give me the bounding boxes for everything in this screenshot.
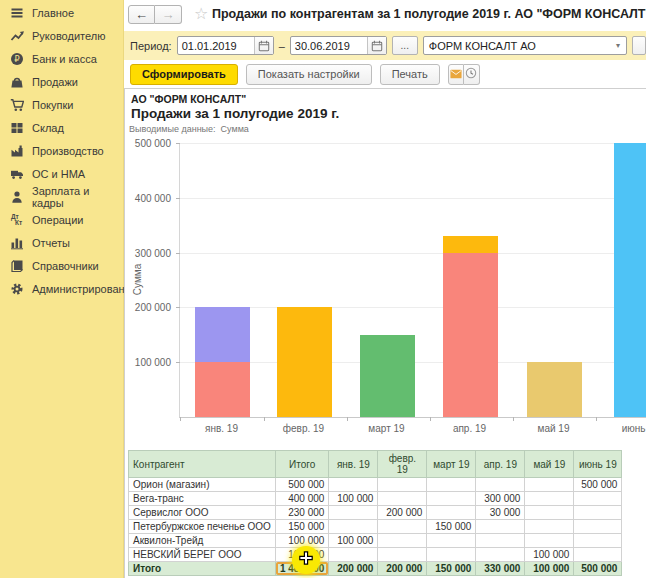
counterparty-cell[interactable]: Сервислог ООО <box>129 506 276 520</box>
amount-cell[interactable]: 200 000 <box>378 506 427 520</box>
amount-cell[interactable]: 30 000 <box>476 506 525 520</box>
amount-cell[interactable]: 500 000 <box>574 478 622 492</box>
bar-segment-апр-19[interactable] <box>443 253 498 417</box>
forward-button[interactable]: → <box>155 5 182 24</box>
date-from-field[interactable]: 01.01.2019 <box>177 36 274 55</box>
amount-cell[interactable] <box>427 534 476 548</box>
amount-cell[interactable]: 300 000 <box>476 492 525 506</box>
amount-cell[interactable] <box>476 478 525 492</box>
bar-segment-апр-19[interactable] <box>443 236 498 252</box>
counterparty-cell[interactable]: Орион (магазин) <box>129 478 276 492</box>
column-header[interactable]: Итого <box>275 451 329 478</box>
amount-cell[interactable] <box>525 492 574 506</box>
amount-cell[interactable] <box>427 478 476 492</box>
bar-segment-июнь-19[interactable] <box>614 143 646 417</box>
amount-cell[interactable] <box>378 520 427 534</box>
sidebar-item-reports[interactable]: Отчеты <box>0 231 123 254</box>
total-amount-cell[interactable]: 330 000 <box>476 562 525 576</box>
amount-cell[interactable] <box>427 548 476 562</box>
sidebar-item-main[interactable]: Главное <box>0 1 123 24</box>
amount-cell[interactable] <box>525 478 574 492</box>
amount-cell[interactable] <box>378 478 427 492</box>
sidebar-item-operations[interactable]: ДтКтОперации <box>0 208 123 231</box>
amount-cell[interactable] <box>476 520 525 534</box>
amount-cell[interactable] <box>378 492 427 506</box>
chevron-down-icon[interactable]: ▾ <box>610 41 626 50</box>
amount-cell[interactable] <box>329 548 378 562</box>
bar-segment-март-19[interactable] <box>360 335 415 417</box>
amount-cell[interactable]: 150 000 <box>275 520 329 534</box>
counterparty-cell[interactable]: НЕВСКИЙ БЕРЕГ ООО <box>129 548 276 562</box>
sidebar-item-fixed-assets[interactable]: ОС и НМА <box>0 162 123 185</box>
bar-segment-янв-19[interactable] <box>195 307 250 362</box>
organization-choose-button[interactable] <box>632 36 646 55</box>
amount-cell[interactable] <box>525 534 574 548</box>
column-header[interactable]: Контрагент <box>129 451 276 478</box>
amount-cell[interactable]: 150 000 <box>427 520 476 534</box>
amount-cell[interactable] <box>574 520 622 534</box>
sidebar-item-bank-cash[interactable]: ₽Банк и касса <box>0 47 123 70</box>
amount-cell[interactable] <box>378 548 427 562</box>
amount-cell[interactable] <box>329 506 378 520</box>
amount-cell[interactable] <box>427 506 476 520</box>
amount-cell[interactable] <box>525 520 574 534</box>
amount-cell[interactable] <box>574 548 622 562</box>
favorite-star-icon[interactable]: ☆ <box>194 4 208 23</box>
amount-cell[interactable]: 400 000 <box>275 492 329 506</box>
total-amount-cell[interactable]: 150 000 <box>427 562 476 576</box>
period-more-button[interactable]: ... <box>392 36 418 55</box>
amount-cell[interactable] <box>329 478 378 492</box>
amount-cell[interactable] <box>476 548 525 562</box>
column-header[interactable]: янв. 19 <box>329 451 378 478</box>
total-amount-cell[interactable]: 100 000 <box>525 562 574 576</box>
column-header[interactable]: февр. 19 <box>378 451 427 478</box>
sidebar-item-payroll-hr[interactable]: Зарплата и кадры <box>0 185 123 208</box>
organization-combobox[interactable]: ФОРМ КОНСАЛТ АО ▾ <box>423 36 627 55</box>
generate-button[interactable]: Сформировать <box>130 64 238 85</box>
amount-cell[interactable] <box>476 534 525 548</box>
schedule-button[interactable] <box>464 64 480 85</box>
total-amount-cell[interactable]: 200 000 <box>378 562 427 576</box>
amount-cell[interactable]: 100 000 <box>329 534 378 548</box>
organization-value[interactable]: ФОРМ КОНСАЛТ АО <box>424 40 610 52</box>
amount-cell[interactable] <box>574 506 622 520</box>
amount-cell[interactable]: 500 000 <box>275 478 329 492</box>
back-button[interactable]: ← <box>128 5 155 24</box>
print-button[interactable]: Печать <box>380 64 440 85</box>
bar-segment-февр-19[interactable] <box>277 307 332 417</box>
amount-cell[interactable] <box>574 534 622 548</box>
total-amount-cell[interactable]: 200 000 <box>329 562 378 576</box>
date-to-field[interactable]: 30.06.2019 <box>290 36 387 55</box>
column-header[interactable]: июнь 19 <box>574 451 622 478</box>
amount-cell[interactable] <box>378 534 427 548</box>
column-header[interactable]: апр. 19 <box>476 451 525 478</box>
amount-cell[interactable] <box>329 520 378 534</box>
sidebar-item-warehouse[interactable]: Склад <box>0 116 123 139</box>
sidebar-item-administration[interactable]: Администрирование <box>0 277 123 300</box>
date-to-value[interactable]: 30.06.2019 <box>291 40 367 52</box>
column-header[interactable]: май 19 <box>525 451 574 478</box>
calendar-icon[interactable] <box>254 37 273 54</box>
amount-cell[interactable] <box>525 506 574 520</box>
counterparty-cell[interactable]: Петербуржское печенье ООО <box>129 520 276 534</box>
date-from-value[interactable]: 01.01.2019 <box>178 40 254 52</box>
sidebar-item-production[interactable]: Производство <box>0 139 123 162</box>
sidebar-item-sales[interactable]: Продажи <box>0 70 123 93</box>
amount-cell[interactable] <box>574 492 622 506</box>
counterparty-cell[interactable]: Аквилон-Трейд <box>129 534 276 548</box>
bar-segment-янв-19[interactable] <box>195 362 250 417</box>
sidebar-item-manager[interactable]: Руководителю <box>0 24 123 47</box>
total-amount-cell[interactable]: 500 000 <box>574 562 622 576</box>
amount-cell[interactable] <box>427 492 476 506</box>
amount-cell[interactable]: 230 000 <box>275 506 329 520</box>
sidebar-item-references[interactable]: Справочники <box>0 254 123 277</box>
amount-cell[interactable]: 100 000 <box>329 492 378 506</box>
email-button[interactable] <box>448 64 464 85</box>
show-settings-button[interactable]: Показать настройки <box>246 64 372 85</box>
bar-segment-май-19[interactable] <box>527 362 582 417</box>
column-header[interactable]: март 19 <box>427 451 476 478</box>
calendar-icon[interactable] <box>367 37 386 54</box>
amount-cell[interactable]: 100 000 <box>525 548 574 562</box>
counterparty-cell[interactable]: Вега-транс <box>129 492 276 506</box>
sidebar-item-purchases[interactable]: Покупки <box>0 93 123 116</box>
